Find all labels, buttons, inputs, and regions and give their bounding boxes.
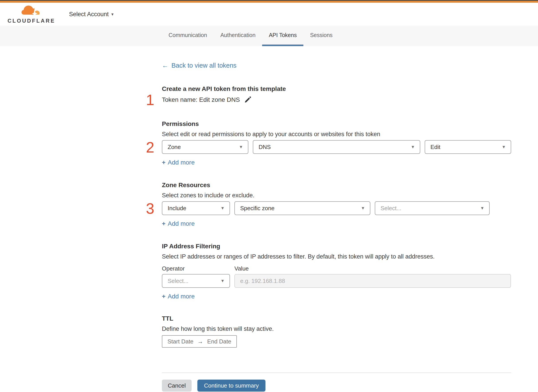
edit-pencil-icon[interactable] [244, 96, 252, 103]
ip-filtering-section: IP Address Filtering Select IP addresses… [162, 242, 511, 300]
operator-label: Operator [162, 265, 230, 272]
chevron-down-icon: ▼ [220, 206, 225, 211]
zone-resources-description: Select zones to include or exclude. [162, 191, 511, 199]
zone-picker-placeholder: Select... [381, 205, 401, 212]
ttl-heading: TTL [162, 314, 511, 323]
create-token-form: ← Back to view all tokens Create a new A… [162, 46, 511, 392]
value-label: Value [234, 265, 511, 272]
ip-value-input[interactable] [234, 274, 511, 288]
tab-authentication[interactable]: Authentication [214, 26, 262, 46]
zone-resources-add-more-link[interactable]: + Add more [162, 220, 195, 228]
arrow-right-icon: → [197, 338, 203, 345]
ip-filtering-description: Select IP addresses or ranges of IP addr… [162, 253, 511, 260]
chevron-down-icon: ▼ [502, 145, 506, 149]
footer-divider [162, 373, 511, 373]
chevron-down-icon: ▼ [220, 279, 225, 283]
permission-resource-select[interactable]: DNS ▼ [253, 140, 420, 154]
back-link-label: Back to view all tokens [171, 62, 236, 69]
tab-communication[interactable]: Communication [162, 26, 214, 46]
account-selector[interactable]: Select Account ▾ [69, 11, 113, 18]
permissions-heading: Permissions [162, 120, 511, 128]
zone-resources-section: Zone Resources Select zones to include o… [162, 181, 511, 228]
chevron-down-icon: ▼ [480, 206, 484, 211]
tab-bar: Communication Authentication API Tokens … [0, 26, 538, 46]
ip-filtering-row: Operator Select... ▼ Value [162, 265, 511, 288]
back-arrow-icon: ← [162, 62, 168, 69]
token-name-text: Token name: Edit zone DNS [162, 95, 240, 104]
tab-api-tokens[interactable]: API Tokens [262, 26, 303, 46]
add-more-label: Add more [168, 159, 195, 166]
tab-group: Communication Authentication API Tokens … [162, 26, 538, 46]
ip-operator-column: Operator Select... ▼ [162, 265, 230, 288]
add-more-label: Add more [168, 293, 195, 300]
ip-filtering-heading: IP Address Filtering [162, 242, 511, 251]
plus-icon: + [162, 220, 165, 228]
chevron-down-icon: ▼ [361, 206, 365, 211]
permission-access-value: Edit [430, 144, 440, 150]
form-title: Create a new API token from this templat… [162, 85, 511, 93]
permissions-description: Select edit or read permissions to apply… [162, 130, 511, 138]
permission-resource-value: DNS [259, 144, 271, 150]
add-more-label: Add more [168, 220, 195, 228]
ttl-start-date: Start Date [168, 338, 193, 345]
chevron-down-icon: ▼ [411, 145, 415, 149]
ip-filtering-add-more-link[interactable]: + Add more [162, 293, 195, 300]
step-2-number: 2 [146, 140, 154, 154]
plus-icon: + [162, 293, 165, 300]
zone-scope-value: Specific zone [240, 205, 275, 212]
chevron-down-icon: ▾ [111, 12, 113, 17]
permissions-add-more-link[interactable]: + Add more [162, 159, 195, 166]
app-header: CLOUDFLARE Select Account ▾ [0, 3, 538, 26]
step-1-number: 1 [146, 93, 154, 107]
zone-picker-select[interactable]: Select... ▼ [375, 201, 490, 215]
permissions-row: 2 Zone ▼ DNS ▼ Edit ▼ [162, 140, 511, 154]
permissions-section: Permissions Select edit or read permissi… [162, 120, 511, 166]
zone-mode-select[interactable]: Include ▼ [162, 201, 230, 215]
tab-sessions[interactable]: Sessions [303, 26, 339, 46]
account-selector-label: Select Account [69, 11, 109, 18]
zone-mode-value: Include [168, 205, 186, 212]
cloudflare-cloud-icon [21, 5, 42, 17]
ttl-date-range-picker[interactable]: Start Date → End Date [162, 335, 237, 348]
zone-scope-select[interactable]: Specific zone ▼ [234, 201, 370, 215]
plus-icon: + [162, 159, 165, 166]
footer-actions: Cancel Continue to summary [162, 380, 511, 392]
permission-scope-value: Zone [168, 144, 181, 150]
continue-to-summary-button[interactable]: Continue to summary [197, 380, 266, 392]
permission-access-select[interactable]: Edit ▼ [425, 140, 511, 154]
ttl-end-date: End Date [207, 338, 231, 345]
ip-operator-placeholder: Select... [168, 278, 188, 285]
top-accent-bar [0, 1, 538, 3]
zone-resources-row: 3 Include ▼ Specific zone ▼ Select... ▼ [162, 201, 511, 215]
ip-operator-select[interactable]: Select... ▼ [162, 274, 230, 288]
cloudflare-wordmark: CLOUDFLARE [8, 18, 55, 24]
cancel-button[interactable]: Cancel [162, 380, 192, 392]
ttl-section: TTL Define how long this token will stay… [162, 314, 511, 348]
token-name-row: 1 Token name: Edit zone DNS [162, 95, 511, 104]
ip-value-column: Value [234, 265, 511, 288]
cloudflare-logo[interactable]: CLOUDFLARE [8, 5, 55, 24]
back-link[interactable]: ← Back to view all tokens [162, 62, 236, 69]
chevron-down-icon: ▼ [239, 145, 243, 149]
step-3-number: 3 [146, 201, 154, 215]
ttl-description: Define how long this token will stay act… [162, 325, 511, 333]
permission-scope-select[interactable]: Zone ▼ [162, 140, 248, 154]
zone-resources-heading: Zone Resources [162, 181, 511, 189]
